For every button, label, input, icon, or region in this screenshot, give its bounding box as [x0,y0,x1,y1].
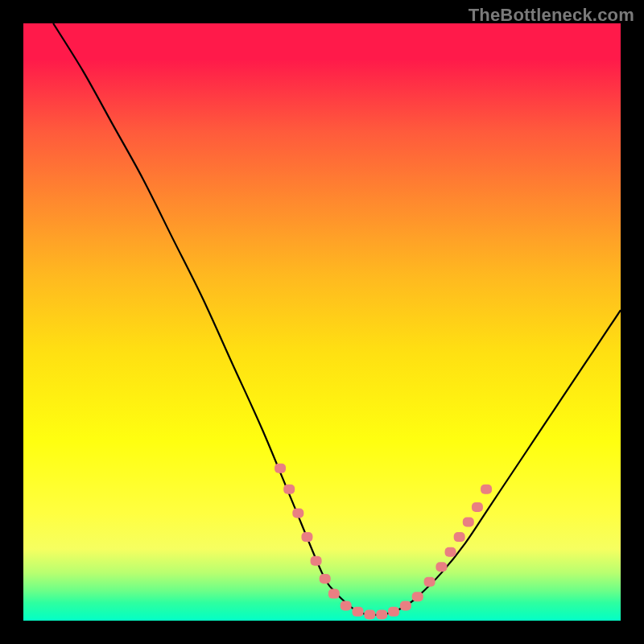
marker-point [463,518,474,527]
chart-svg [23,23,621,621]
marker-point [454,532,465,542]
marker-point [283,485,295,494]
marker-point [364,610,375,620]
marker-point [301,532,312,542]
plot-area [23,23,621,621]
marker-point [292,508,303,518]
marker-point [275,464,286,473]
marker-point [412,592,423,601]
marker-point [445,547,456,557]
marker-point [472,502,483,512]
marker-point [481,485,492,494]
marker-point [376,610,387,620]
marker-point [436,562,447,572]
left-curve [53,23,369,615]
highlight-markers [275,464,492,620]
marker-point [320,574,331,584]
marker-point [311,556,322,566]
marker-point [424,577,436,587]
marker-point [341,601,352,610]
marker-point [328,589,340,599]
marker-point [388,607,399,617]
marker-point [353,607,364,617]
chart-frame: TheBottleneck.com [0,0,644,644]
right-curve [369,310,621,615]
marker-point [400,601,411,610]
